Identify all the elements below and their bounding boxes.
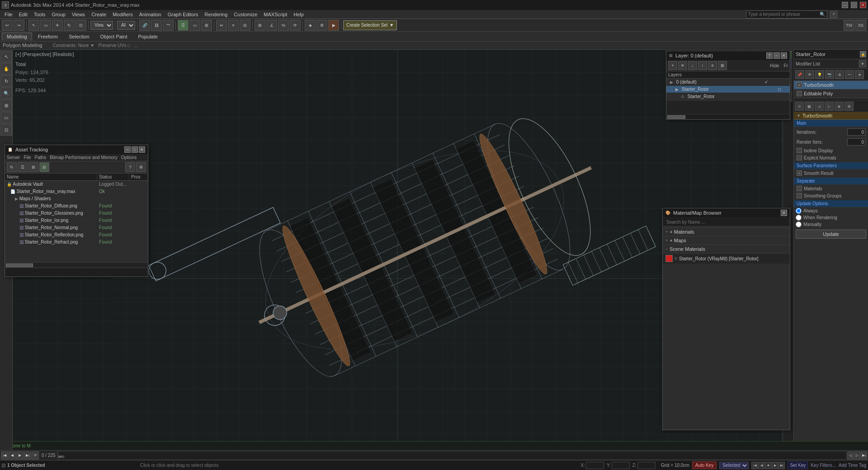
menu-create[interactable]: Create [89,11,109,18]
at-close-btn[interactable]: ✕ [139,146,145,153]
prev-frame-btn[interactable]: |◀ [1,451,8,460]
at-menu-paths[interactable]: Paths [35,155,47,160]
maximize-button[interactable]: □ [851,2,857,8]
snap-angle[interactable]: ∠ [266,20,277,31]
create-selection-button[interactable]: Create Selection Sel ▼ [343,20,397,30]
mb-titlebar[interactable]: 🎨 Material/Map Browser ✕ [663,208,790,217]
manually-radio[interactable] [796,221,802,227]
at-scrollbar[interactable] [5,262,148,268]
timeline-prev-key-btn[interactable]: ◁ [847,451,854,460]
search-bar[interactable]: 🔍 [746,10,827,19]
rect-select[interactable]: ▭ [189,20,200,31]
sub-icon-6[interactable]: ⊞ [844,102,854,111]
at-row-maxfile[interactable]: 📄 Starter_Rotor_max_vray.max Ok [5,188,148,195]
at-menu-options[interactable]: Options [121,155,137,160]
at-row-diffuse[interactable]: 🖼 Starter_Rotor_Diffuse.png Found [5,202,148,210]
at-reload-btn[interactable]: ↻ [7,162,17,172]
rotate-button[interactable]: ↻ [64,20,75,31]
mod-helper-icon[interactable]: ⊕ [835,70,844,79]
select-region-button[interactable]: ▭ [40,20,51,31]
iterations-input[interactable] [847,128,865,136]
snap-percent[interactable]: % [278,20,289,31]
search-input[interactable] [748,12,820,17]
modifier-turbosmooth[interactable]: ✓ TurboSmooth [794,81,868,89]
reference-select[interactable]: View World Screen [90,21,113,30]
move-button[interactable]: ✛ [52,20,63,31]
select-by-name[interactable]: ☰ [178,20,189,31]
time-tag-label[interactable]: Add Time Tag [839,463,866,468]
mirror-button[interactable]: ⇔ [216,20,227,31]
status-play-btn[interactable]: ▶ [772,462,778,469]
at-min-btn[interactable]: ─ [124,146,131,153]
status-next-btn[interactable]: ▶| [778,462,785,469]
scale-button[interactable]: ⊡ [75,20,86,31]
at-table-btn[interactable]: ⊟ [39,162,49,172]
when-rendering-radio[interactable] [796,215,802,221]
maps-expand-icon[interactable]: ▶ [15,197,18,201]
zoom-region-btn[interactable]: ▭ [0,112,12,123]
layers-panel-titlebar[interactable]: ⊞ Layer: 0 (default) ? ─ ✕ [666,51,790,60]
render-iters-input[interactable] [847,138,865,146]
next-frame-btn[interactable]: ▶| [24,451,31,460]
redo-button[interactable]: ↪ [14,20,24,31]
x-input[interactable] [586,462,604,469]
layer-row-rotor[interactable]: ▶ Starter_Rotor □ [666,86,790,93]
zoom-all-btn[interactable]: ⊞ [0,99,12,111]
layers-scrollbar-thumb[interactable] [667,115,685,119]
mb-scene-materials-header[interactable]: – Scene Materials [663,245,790,254]
snap-3d[interactable]: ⊞ [255,20,265,31]
tab-modeling[interactable]: Modeling [2,33,32,41]
select-obj-btn[interactable]: ↖ [0,51,12,62]
ts-checkbox[interactable]: ✓ [797,82,802,88]
layers-close-btn[interactable]: ✕ [781,52,787,59]
bind-space-warp[interactable]: 〜 [163,20,174,31]
ts-inspector-btn[interactable]: TSI [844,20,854,31]
menu-graph-editors[interactable]: Graph Editors [165,11,201,18]
render-button[interactable]: ▶ [328,20,339,31]
auto-key-btn[interactable]: Auto Key [692,461,717,469]
material-editor[interactable]: ◈ [305,20,316,31]
layers-window-controls[interactable]: ? ─ ✕ [766,52,787,59]
y-input[interactable] [612,462,630,469]
set-key-btn[interactable]: Set Key [788,461,808,469]
explicit-normals-checkbox[interactable] [797,155,802,160]
menu-group[interactable]: Group [49,11,68,18]
sub-icon-4[interactable]: ▷ [825,102,834,111]
layer-row-default[interactable]: ▶ 0 (default) ✓ [666,79,790,86]
at-row-maps[interactable]: ▶ Maps / Shaders [5,195,148,202]
mod-show-icon[interactable]: 👁 [805,70,814,79]
menu-file[interactable]: File [2,11,15,18]
mb-material-item-rotor[interactable]: V Starter_Rotor (VRayMtl) [Starter_Rotor… [663,254,790,264]
layers-layer-props-btn[interactable]: ⊞ [718,61,727,70]
layer-expand-icon[interactable]: ▶ [670,80,673,85]
layers-min-btn[interactable]: ─ [774,52,780,59]
layer-row-rotor-sub[interactable]: ⊙ Starter_Rotor [666,93,790,100]
key-filters-label[interactable]: Key Filters... [811,463,836,468]
menu-rendering[interactable]: Rendering [202,11,231,18]
at-restore-btn[interactable]: □ [132,146,138,153]
menu-maxscript[interactable]: MAXScript [261,11,290,18]
select-button[interactable]: ↖ [28,20,39,31]
render-setup[interactable]: ⚙ [316,20,327,31]
tab-selection[interactable]: Selection [64,33,94,41]
status-stop-btn[interactable]: ■ [765,462,771,469]
layer-rotor-icon[interactable]: ▶ [675,87,679,92]
tab-populate[interactable]: Populate [133,33,162,41]
layers-delete-btn[interactable]: ✕ [678,61,687,70]
menu-edit[interactable]: Edit [16,11,30,18]
selected-dropdown[interactable]: Selected [719,462,749,469]
always-radio[interactable] [796,208,802,214]
sub-icon-2[interactable]: ▦ [805,102,814,111]
sub-icon-3[interactable]: ⊿ [815,102,824,111]
at-menu-file[interactable]: File [24,155,31,160]
materials-checkbox[interactable] [797,186,802,191]
align-button[interactable]: ≡ [228,20,239,31]
undo-button[interactable]: ↩ [2,20,13,31]
selection-filter[interactable]: All [117,21,135,30]
at-thumbnails-btn[interactable]: ⊞ [28,162,38,172]
maximize-vp-btn[interactable]: ⊡ [0,124,12,136]
sub-icon-1[interactable]: ⊙ [795,102,804,111]
at-row-reflection[interactable]: 🖼 Starter_Rotor_Reflection.png Found [5,231,148,239]
ts-collapse-icon[interactable]: ▼ [797,113,801,118]
menu-customize[interactable]: Customize [231,11,260,18]
